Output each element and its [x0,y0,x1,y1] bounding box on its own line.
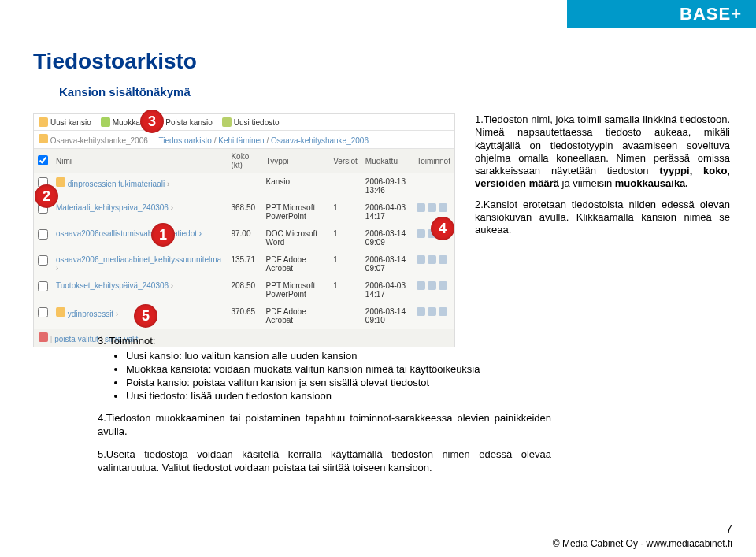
delete-selected-link[interactable]: poista valitut [50,335,98,343]
folder-icon [56,307,65,317]
new-file-icon [222,117,232,127]
cell-versions [329,303,361,329]
col-size: Koko (kt) [227,149,261,173]
screenshot-panel: Uusi kansio Muokkaa Poista kansio Uusi t… [33,113,455,347]
file-table: Nimi Koko (kt) Tyyppi Versiot Muokattu T… [34,149,454,329]
item4: 4.Tiedoston muokkaaminen tai poistaminen… [98,412,551,439]
cell-actions [413,251,454,277]
cell-type: PDF Adobe Acrobat [262,303,330,329]
page-subtitle: Kansion sisältönäkymä [59,85,191,98]
col-actions: Toiminnot [413,149,454,173]
action-icon[interactable] [417,281,425,290]
new-file-label: Uusi tiedosto [234,118,280,127]
folder-icon [39,117,48,127]
cell-name[interactable]: osaava2006osallistumisvahv austatiedot › [52,225,227,251]
action-icon[interactable] [417,229,425,238]
action-icon[interactable] [439,255,447,264]
marker-5: 5 [134,304,158,328]
cell-size: 208.50 [227,277,261,303]
table-row: Materiaali_kehityspaiva_240306 ›368.50PP… [34,199,454,225]
marker-3: 3 [140,110,164,133]
cell-type: PPT Microsoft PowerPoint [262,199,330,225]
cell-name[interactable]: osaava2006_mediacabinet_kehityssuunnitel… [52,251,227,277]
item3-head: 3. Toiminnot: [98,335,551,348]
breadcrumb-link[interactable]: Tiedostoarkisto [158,136,211,145]
new-folder-label: Uusi kansio [50,118,91,127]
cell-modified: 2006-04-03 14:17 [361,277,413,303]
row-checkbox[interactable] [38,307,48,317]
bullet: Uusi tiedosto: lisää uuden tiedoston kan… [126,390,551,403]
row-checkbox[interactable] [38,229,48,240]
logo: BASE+ [680,4,742,24]
cell-versions [329,173,361,199]
cell-actions [413,173,454,199]
table-row: Tuotokset_kehityspäivä_240306 ›208.50PPT… [34,277,454,303]
action-icon[interactable] [439,281,447,290]
col-type: Tyyppi [262,149,330,173]
row-checkbox[interactable] [38,255,48,266]
breadcrumb-folder: Osaava-kehityshanke_2006 [50,136,148,145]
action-icon[interactable] [417,307,425,316]
delete-folder-label: Poista kansio [165,118,212,127]
action-icon[interactable] [428,203,436,212]
table-row: osaava2006_mediacabinet_kehityssuunnitel… [34,251,454,277]
action-icon[interactable] [417,255,425,264]
cell-type: PPT Microsoft PowerPoint [262,277,330,303]
cell-size: 97.00 [227,225,261,251]
action-icon[interactable] [428,281,436,290]
side-para-1: 1.Tiedoston nimi, joka toimii samalla li… [475,113,730,191]
cell-size [227,173,261,199]
cell-type: DOC Microsoft Word [262,225,330,251]
action-icon[interactable] [417,203,425,212]
cell-modified: 2006-03-14 09:09 [361,225,413,251]
page-title: Tiedostoarkisto [33,49,197,74]
cell-modified: 2006-03-14 09:07 [361,251,413,277]
folder-icon [56,177,65,187]
cell-versions: 1 [329,199,361,225]
cell-modified: 2006-03-14 09:10 [361,303,413,329]
t: ja viimeisin [559,177,615,189]
col-versions: Versiot [329,149,361,173]
cell-size: 370.65 [227,303,261,329]
col-name: Nimi [52,149,227,173]
side-para-2: 2.Kansiot erotetaan tiedostoista niiden … [475,199,730,237]
col-modified: Muokattu [361,149,413,173]
marker-1: 1 [151,223,175,247]
edit-icon [101,117,110,127]
row-checkbox[interactable] [38,281,48,291]
breadcrumb-link[interactable]: Osaava-kehityshanke_2006 [271,136,369,145]
t: muokkausaika. [615,177,688,189]
page-number: 7 [726,522,732,535]
cell-name[interactable]: Materiaali_kehityspaiva_240306 › [52,199,227,225]
cell-actions [413,277,454,303]
cell-type: PDF Adobe Acrobat [262,251,330,277]
side-text: 1.Tiedoston nimi, joka toimii samalla li… [475,113,730,244]
cell-modified: 2006-04-03 14:17 [361,199,413,225]
bullet: Poista kansio: poistaa valitun kansion j… [126,377,551,390]
cell-name[interactable]: Tuotokset_kehityspäivä_240306 › [52,277,227,303]
action-icon[interactable] [439,307,447,316]
table-row: ydinprosessit ›370.65PDF Adobe Acrobat20… [34,303,454,329]
action-icon[interactable] [428,255,436,264]
action-icon[interactable] [428,307,436,316]
delete-icon [39,332,48,342]
footer-copyright: © Media Cabinet Oy - www.mediacabinet.fi [553,538,732,549]
toolbar: Uusi kansio Muokkaa Poista kansio Uusi t… [34,114,454,131]
select-all-checkbox[interactable] [38,155,48,165]
item5: 5.Useita tiedostoja voidaan käsitellä ke… [98,448,551,475]
breadcrumb-link[interactable]: Kehittäminen [218,136,264,145]
action-icon[interactable] [439,203,447,212]
cell-modified: 2006-09-13 13:46 [361,173,413,199]
new-folder-button[interactable]: Uusi kansio [39,117,91,127]
cell-name[interactable]: dinprosessien tukimateriaali › [52,173,227,199]
new-file-button[interactable]: Uusi tiedosto [222,117,280,127]
marker-4: 4 [431,217,454,240]
cell-versions: 1 [329,225,361,251]
cell-versions: 1 [329,251,361,277]
below-text: 3. Toiminnot: Uusi kansio: luo valitun k… [98,335,551,485]
edit-button[interactable]: Muokkaa [101,117,145,127]
bullet: Uusi kansio: luo valitun kansion alle uu… [126,350,551,363]
cell-size: 368.50 [227,199,261,225]
marker-2: 2 [35,184,58,208]
folder-icon [39,134,48,143]
